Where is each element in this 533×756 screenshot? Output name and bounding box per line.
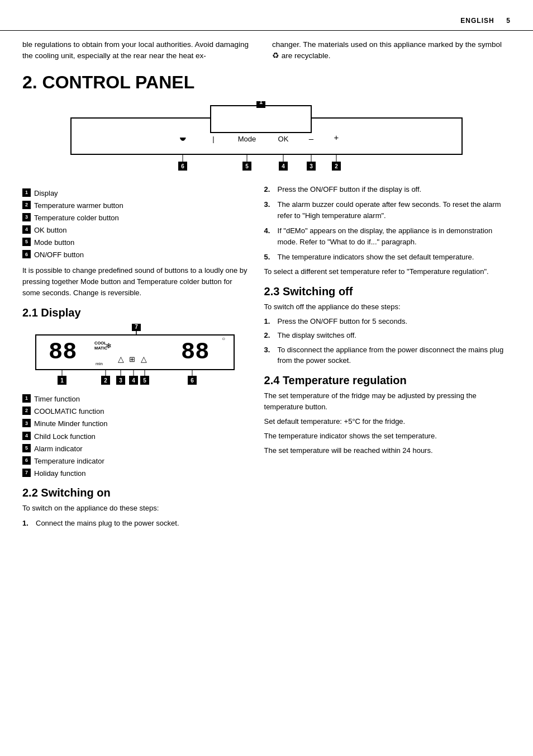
svg-text:3: 3 [310,163,313,169]
legend-num-3: 3 [22,213,31,221]
step-22-1: 1. Connect the mains plug to the power s… [22,518,250,529]
two-col-main: 1 Display 2 Temperature warmer button 3 … [0,181,533,535]
svg-text:COOL: COOL [94,341,107,346]
col-left: 1 Display 2 Temperature warmer button 3 … [22,184,250,532]
display-legend-item-5: 5 Alarm indicator [22,444,250,454]
svg-text:3: 3 [119,377,122,384]
legend-num-4: 4 [22,225,31,234]
svg-text:|: | [212,135,214,143]
step-num-5: 5. [264,252,273,263]
svg-text:⯋: ⯋ [179,134,187,142]
legend-num-1: 1 [22,188,31,197]
svg-text:○: ○ [222,336,225,342]
display-legend: 1 Timer function 2 COOLMATIC function 3 … [22,394,250,479]
svg-text:Mode: Mode [238,135,256,143]
display-legend-label-2: COOLMATIC function [34,407,104,417]
legend-label-1: Display [34,188,58,199]
step-22-2: 2. Press the ON/OFF button if the displa… [264,184,511,195]
display-legend-item-3: 3 Minute Minder function [22,419,250,429]
control-panel-svg: 1 ⯋ | Mode OK – + 6 5 4 3 [54,101,479,174]
display-legend-num-5: 5 [22,444,31,452]
legend-num-5: 5 [22,238,31,246]
svg-text:–: – [309,134,314,143]
svg-rect-1 [211,106,311,133]
legend-item-6: 6 ON/OFF button [22,250,250,260]
step-num-2: 2. [264,184,273,195]
step-text-23-2: The display switches off. [278,330,356,341]
language-label: ENGLISH [460,17,494,25]
sub23-steps: 1. Press the ON/OFF button for 5 seconds… [264,316,511,366]
legend-label-6: ON/OFF button [34,250,84,260]
svg-text:⊞: ⊞ [129,355,135,363]
intro-section: ble regulations to obtain from your loca… [0,31,533,62]
step-22-3: 3. The alarm buzzer could operate after … [264,199,511,221]
intro-right: changer. The materials used on this appl… [266,39,511,62]
display-legend-num-4: 4 [22,432,31,440]
display-legend-item-4: 4 Child Lock function [22,432,250,442]
display-legend-item-7: 7 Holiday function [22,469,250,479]
display-legend-num-7: 7 [22,469,31,477]
step-23-2: 2. The display switches off. [264,330,511,341]
svg-text:6: 6 [191,377,194,384]
step-text-22-4: If "dEMo" appears on the display, the ap… [278,225,511,247]
page-header: ENGLISH 5 [0,11,533,31]
step23-num-3: 3. [264,344,273,356]
display-legend-num-1: 1 [22,394,31,403]
svg-text:△: △ [141,355,147,363]
display-legend-label-5: Alarm indicator [34,444,83,454]
display-legend-num-2: 2 [22,407,31,415]
legend-label-5: Mode button [34,238,74,248]
sub22-outro: To select a different set temperature re… [264,266,511,277]
sub23-intro: To switch off the appliance do these ste… [264,301,511,313]
svg-text:2: 2 [335,163,338,169]
svg-text:2: 2 [104,377,107,384]
display-legend-num-3: 3 [22,419,31,427]
sub22-steps: 1. Connect the mains plug to the power s… [22,518,250,529]
intro-left: ble regulations to obtain from your loca… [22,39,266,62]
step23-num-1: 1. [264,316,273,327]
step-text-22-1: Connect the mains plug to the power sock… [36,518,179,529]
legend-num-6: 6 [22,250,31,258]
svg-text:OK: OK [278,135,289,143]
page: ENGLISH 5 ble regulations to obtain from… [0,0,533,756]
svg-text:88: 88 [181,339,209,366]
display-diagram-svg: 7 88 COOL MATIC ❄ min △ ⊞ △ [33,324,240,388]
sub24-text1: The set temperature of the fridge may be… [264,390,511,413]
display-legend-label-1: Timer function [34,394,80,404]
sub23-title: 2.3 Switching off [264,285,511,298]
display-legend-label-4: Child Lock function [34,432,96,442]
sub22-intro: To switch on the appliance do these step… [22,503,250,514]
sub24-text2: Set default temperature: +5°C for the fr… [264,416,511,427]
page-number: 5 [506,17,511,25]
sub21-title: 2.1 Display [22,306,250,319]
svg-text:5: 5 [245,163,249,169]
legend-item-4: 4 OK button [22,225,250,235]
step-num-1: 1. [22,518,31,529]
step-num-3: 3. [264,199,273,210]
sound-note: It is possible to change predefined soun… [22,265,250,299]
legend-item-5: 5 Mode button [22,238,250,248]
col-right: 2. Press the ON/OFF button if the displa… [264,184,511,532]
control-panel-legend: 1 Display 2 Temperature warmer button 3 … [22,188,250,261]
svg-text:7: 7 [135,324,138,330]
svg-text:6: 6 [181,163,184,169]
legend-item-2: 2 Temperature warmer button [22,201,250,211]
display-legend-label-3: Minute Minder function [34,419,108,429]
display-diagram-wrap: 7 88 COOL MATIC ❄ min △ ⊞ △ [22,324,250,390]
step-text-22-5: The temperature indicators show the set … [278,252,474,263]
svg-text:❄: ❄ [106,342,112,350]
step-text-23-3: To disconnect the appliance from the pow… [278,344,511,366]
step-num-4: 4. [264,225,273,237]
svg-text:△: △ [118,355,124,363]
svg-text:4: 4 [132,377,135,384]
step-23-3: 3. To disconnect the appliance from the … [264,344,511,366]
step-22-4: 4. If "dEMo" appears on the display, the… [264,225,511,247]
display-legend-num-6: 6 [22,456,31,465]
step-22-5: 5. The temperature indicators show the s… [264,252,511,263]
intro-text-right: changer. The materials used on this appl… [272,39,511,62]
svg-text:88: 88 [49,339,77,366]
svg-text:1: 1 [259,101,263,105]
display-legend-item-1: 1 Timer function [22,394,250,404]
legend-label-2: Temperature warmer button [34,201,123,211]
step23-num-2: 2. [264,330,273,341]
